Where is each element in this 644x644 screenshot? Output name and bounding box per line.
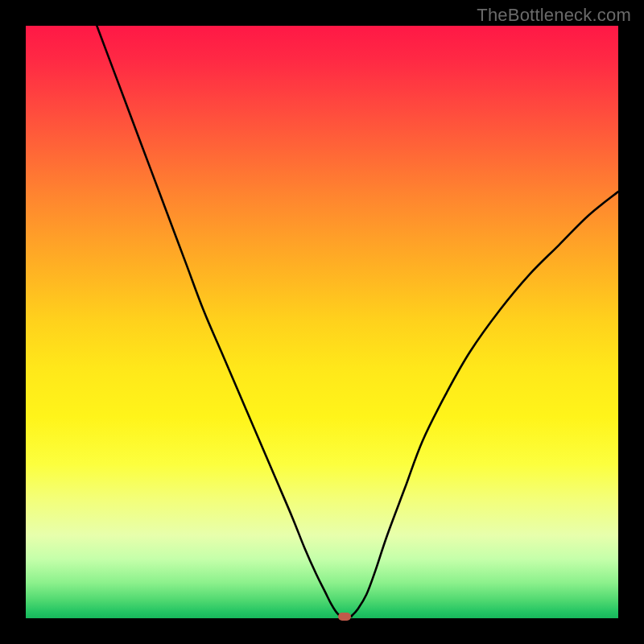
bottleneck-curve — [26, 26, 618, 618]
chart-frame: TheBottleneck.com — [0, 0, 644, 644]
watermark-text: TheBottleneck.com — [477, 5, 631, 26]
minimum-marker — [338, 613, 351, 621]
plot-area — [26, 26, 618, 618]
curve-path — [97, 26, 618, 617]
